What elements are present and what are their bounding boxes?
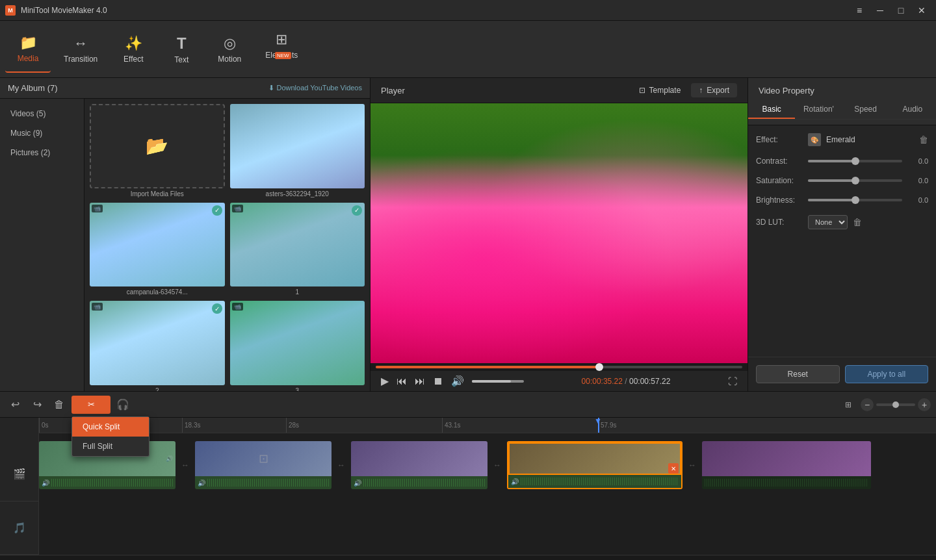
toolbar-elements[interactable]: ⊞ Elements NEW [255, 26, 308, 73]
video-badge-1: 📹 [232, 205, 243, 212]
timeline-scrollbar[interactable] [0, 555, 936, 560]
media-video3[interactable]: 📹 3 [230, 301, 365, 391]
close-button[interactable]: ✕ [913, 4, 931, 17]
effect-label: Effect: [756, 135, 808, 144]
toolbar-transition[interactable]: ↔ Transition [53, 26, 108, 73]
contrast-label: Contrast: [756, 157, 808, 166]
volume-button[interactable]: 🔊 [451, 375, 464, 387]
sidebar-item-music[interactable]: Music (9) [0, 123, 84, 143]
transition-icon: ↔ [73, 35, 88, 52]
template-button[interactable]: ⊡ Template [639, 86, 681, 95]
audio-icon-4: 🔊 [511, 478, 519, 485]
clip-connector-3[interactable]: ↔ [488, 461, 507, 470]
play-button[interactable]: ▶ [381, 375, 389, 387]
sidebar-item-pictures[interactable]: Pictures (2) [0, 143, 84, 162]
media-video2[interactable]: 📹 ✓ 2 [90, 301, 225, 391]
video-container [370, 103, 748, 363]
quick-split-option[interactable]: Quick Split [72, 417, 149, 437]
timeline-ruler[interactable]: 0s 18.3s 28s 43.1s 57.9s [39, 418, 936, 433]
export-label: Export [707, 86, 729, 95]
video-track: 🔊 🔊 ↔ ⊡ 🔊 ↔ 🔊 [39, 433, 936, 492]
effect-name: Emerald [826, 135, 914, 144]
toolbar-media[interactable]: 📁 Media [5, 26, 51, 73]
contrast-value: 0.0 [907, 157, 928, 165]
ruler-mark-2: 28s [286, 418, 299, 433]
elements-icon: ⊞ [276, 31, 287, 48]
delete-button[interactable]: 🗑 [49, 396, 69, 414]
clip-2[interactable]: ⊡ 🔊 [195, 441, 332, 489]
media-video1[interactable]: 📹 ✓ 1 [230, 203, 365, 296]
delete-effect-icon[interactable]: 🗑 [919, 134, 928, 145]
split-button[interactable]: ✂ [72, 396, 110, 414]
album-title: My Album (7) [8, 83, 58, 93]
folder-icon: 📂 [146, 135, 168, 157]
lut-label: 3D LUT: [756, 218, 808, 227]
audio-icon-2: 🔊 [198, 479, 205, 487]
audio-icon-1: 🔊 [42, 479, 49, 487]
minimize-button[interactable]: ─ [871, 4, 889, 17]
right-panel-title: Video Property [748, 83, 936, 101]
lut-select[interactable]: None [808, 215, 848, 229]
sidebar-item-videos[interactable]: Videos (5) [0, 104, 84, 123]
tab-audio[interactable]: Audio [889, 101, 936, 119]
clip-connector-2[interactable]: ↔ [332, 461, 351, 470]
saturation-slider[interactable] [808, 179, 902, 182]
tab-rotation[interactable]: Rotation' [795, 101, 842, 119]
maximize-button[interactable]: □ [892, 4, 910, 17]
zoom-slider[interactable] [876, 403, 915, 406]
brightness-slider[interactable] [808, 199, 902, 201]
clip-connector-1[interactable]: ↔ [176, 461, 195, 470]
skip-back-button[interactable]: ⏮ [396, 375, 407, 387]
check-icon-2: ✓ [212, 303, 222, 314]
template-icon: ⊡ [639, 86, 645, 95]
clip-4-selected[interactable]: 🔊 ✕ [507, 441, 682, 489]
media-campanula[interactable]: 📹 ✓ campanula-634574... [90, 203, 225, 296]
undo-button[interactable]: ↩ [5, 396, 25, 414]
clip-3[interactable]: 🔊 [351, 441, 488, 489]
stop-button[interactable]: ⏹ [433, 375, 443, 387]
zoom-controls: ⊞ − + [838, 396, 931, 414]
redo-button[interactable]: ↪ [27, 396, 47, 414]
progress-bar-container[interactable] [370, 366, 748, 368]
zoom-fit-button[interactable]: ⊞ [838, 396, 858, 414]
reset-button[interactable]: Reset [756, 365, 840, 383]
download-youtube-btn[interactable]: ⬇ Download YouTube Videos [268, 84, 362, 92]
import-media-item[interactable]: 📂 Import Media Files [90, 104, 225, 197]
check-icon-1: ✓ [352, 205, 362, 216]
toolbar-media-label: Media [18, 54, 39, 63]
export-button[interactable]: ↑ Export [691, 83, 737, 97]
toolbar-text-label: Text [174, 55, 188, 64]
effect-icon: 🎨 [808, 133, 821, 146]
time-separator: / [625, 377, 629, 386]
headphone-button[interactable]: 🎧 [113, 396, 133, 414]
contrast-slider[interactable] [808, 160, 902, 162]
saturation-value: 0.0 [907, 177, 928, 185]
zoom-out-button[interactable]: − [861, 398, 874, 411]
media-asters[interactable]: asters-3632294_1920 [230, 104, 365, 197]
tab-basic[interactable]: Basic [748, 101, 795, 119]
clip-5[interactable] [702, 441, 871, 489]
audio-track-label: 🎵 [0, 502, 38, 555]
video1-label: 1 [230, 288, 365, 296]
delete-lut-icon[interactable]: 🗑 [853, 217, 862, 227]
template-label: Template [649, 86, 681, 95]
skip-forward-button[interactable]: ⏭ [415, 375, 425, 387]
tab-speed[interactable]: Speed [842, 101, 889, 119]
video-badge-3: 📹 [232, 303, 243, 311]
full-split-option[interactable]: Full Split [72, 437, 149, 456]
ruler-mark-3: 43.1s [442, 418, 460, 433]
ruler-mark-0: 0s [39, 418, 49, 433]
zoom-in-button[interactable]: + [918, 398, 931, 411]
clip-connector-4[interactable]: ↔ [682, 461, 702, 470]
apply-to-all-button[interactable]: Apply to all [845, 365, 929, 383]
ruler-mark-4: 57.9s [598, 418, 616, 433]
media-icon: 📁 [20, 34, 37, 51]
toolbar-effect[interactable]: ✨ Effect [110, 26, 156, 73]
video-badge: 📹 [92, 205, 103, 212]
toolbar-text[interactable]: T Text [159, 26, 204, 73]
volume-slider[interactable] [472, 380, 524, 383]
fullscreen-button[interactable]: ⛶ [728, 376, 737, 387]
toolbar-motion[interactable]: ◎ Motion [207, 26, 252, 73]
clip-delete-icon[interactable]: ✕ [668, 463, 679, 474]
menu-button[interactable]: ≡ [850, 4, 868, 17]
